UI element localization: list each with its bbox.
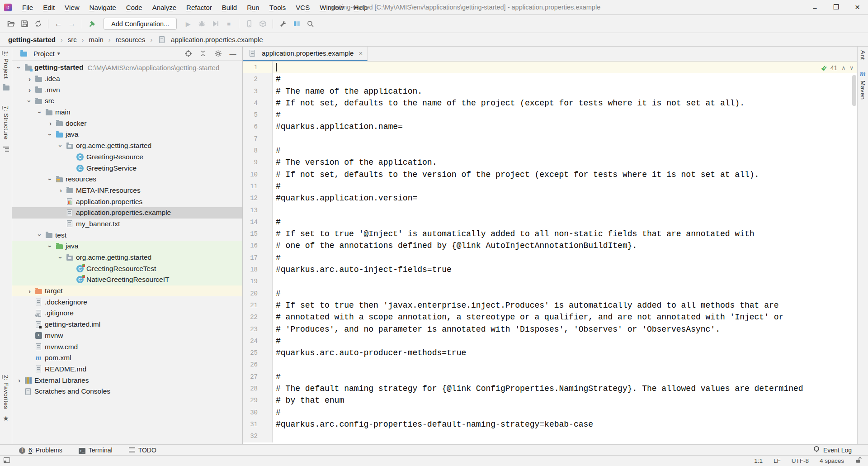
menu-navigate[interactable]: Navigate xyxy=(85,0,121,14)
chevron-expanded-icon[interactable]: › xyxy=(47,243,54,250)
tree-item-meta-inf-resources[interactable]: ›META-INF.resources xyxy=(12,185,242,196)
maximize-button[interactable]: ❐ xyxy=(826,0,847,14)
tree-item-docker[interactable]: ›docker xyxy=(12,118,242,129)
attach-icon[interactable] xyxy=(242,18,256,30)
tree-item-application-properties[interactable]: ›application.properties xyxy=(12,196,242,207)
forward-icon[interactable]: → xyxy=(65,18,79,30)
editor-line-19[interactable]: 19 xyxy=(243,276,857,287)
tree-item-mvn[interactable]: ›.mvn xyxy=(12,84,242,95)
status-item[interactable]: LF xyxy=(774,457,781,464)
editor-line-1[interactable]: 1 xyxy=(243,62,857,73)
menu-run[interactable]: Run xyxy=(242,0,264,14)
add-configuration-button[interactable]: Add Configuration... xyxy=(104,18,177,30)
menu-file[interactable]: File xyxy=(17,0,38,14)
editor-line-29[interactable]: 29# by that enum xyxy=(243,395,857,406)
coverage-icon[interactable] xyxy=(208,18,222,30)
editor-line-17[interactable]: 17# xyxy=(243,252,857,264)
editor-line-32[interactable]: 32 xyxy=(243,430,857,442)
breadcrumb-item[interactable]: src xyxy=(67,36,78,43)
toolwindow-button-1-project[interactable]: 1: Project xyxy=(3,51,9,79)
toolwindow-button-6-problems[interactable]: !6: Problems xyxy=(19,446,62,454)
chevron-expanded-icon[interactable]: › xyxy=(37,232,43,238)
status-item[interactable]: UTF-8 xyxy=(792,457,809,464)
editor-line-15[interactable]: 15# If set to true '@Inject' is automati… xyxy=(243,228,857,240)
save-icon[interactable] xyxy=(18,18,31,30)
toolwindow-button-ant[interactable]: Ant xyxy=(859,50,866,60)
chevron-collapsed-icon[interactable]: › xyxy=(16,377,23,384)
tree-item-java[interactable]: ›java xyxy=(12,241,242,252)
tree-item-getting-started-iml[interactable]: ›getting-started.iml xyxy=(12,319,242,330)
breadcrumb-file[interactable]: application.properties.example xyxy=(156,36,263,43)
status-item[interactable]: 1:1 xyxy=(754,457,763,464)
collapse-all-icon[interactable] xyxy=(199,49,207,57)
tree-item-greetingservice[interactable]: ›CGreetingService xyxy=(12,162,242,174)
editor-line-31[interactable]: 31#quarkus.arc.config-properties-default… xyxy=(243,418,857,430)
editor-line-30[interactable]: 30# xyxy=(243,407,857,418)
sync-icon[interactable] xyxy=(31,18,45,30)
editor-line-7[interactable]: 7 xyxy=(243,133,857,145)
tree-item-main[interactable]: ›main xyxy=(12,107,242,118)
editor-line-9[interactable]: 9# The version of the application. xyxy=(243,157,857,168)
tree-item-readme-md[interactable]: ›README.md xyxy=(12,364,242,375)
back-icon[interactable]: ← xyxy=(52,18,65,30)
editor-line-3[interactable]: 3# The name of the application. xyxy=(243,86,857,97)
folder-icon[interactable] xyxy=(3,84,9,92)
editor-line-24[interactable]: 24# xyxy=(243,335,857,347)
editor-line-22[interactable]: 22# annotated with a scope annotation, a… xyxy=(243,311,857,323)
tree-item-gitignore[interactable]: ›.gitignore xyxy=(12,308,242,319)
editor-line-11[interactable]: 11# xyxy=(243,181,857,192)
editor-line-28[interactable]: 28# The default naming strategy for {@li… xyxy=(243,383,857,395)
structure-icon[interactable] xyxy=(3,145,9,153)
tree-item-src[interactable]: ›src xyxy=(12,95,242,107)
editor-line-18[interactable]: 18#quarkus.arc.auto-inject-fields=true xyxy=(243,264,857,276)
search-icon[interactable] xyxy=(303,18,317,30)
layout-icon[interactable] xyxy=(290,18,303,30)
menu-build[interactable]: Build xyxy=(217,0,242,14)
inspection-widget[interactable]: ✓ 41 ∧ ∨ xyxy=(821,64,854,72)
hammer-icon[interactable] xyxy=(85,18,99,30)
tool-windows-icon[interactable] xyxy=(4,457,10,464)
menu-vcs[interactable]: VCS xyxy=(291,0,315,14)
tree-item-test[interactable]: ›test xyxy=(12,229,242,241)
tree-item-resources[interactable]: ›resources xyxy=(12,174,242,185)
tab-application-properties-example[interactable]: application.properties.example × xyxy=(243,47,368,61)
editor[interactable]: 12#3# The name of the application.4# If … xyxy=(243,62,857,444)
editor-line-14[interactable]: 14# xyxy=(243,216,857,228)
locate-icon[interactable] xyxy=(184,49,192,57)
toolwindow-button-maven[interactable]: Maven xyxy=(859,81,866,100)
prev-problem-icon[interactable]: ∧ xyxy=(841,65,845,71)
tree-item-mvnw[interactable]: ››mvnw xyxy=(12,330,242,342)
editor-scrollbar[interactable] xyxy=(852,75,856,106)
tree-item-greetingresourcetest[interactable]: ›CGreetingResourceTest xyxy=(12,263,242,274)
hide-icon[interactable]: — xyxy=(229,49,237,57)
close-button[interactable]: × xyxy=(847,0,868,14)
tree-item-idea[interactable]: ›.idea xyxy=(12,73,242,85)
editor-line-2[interactable]: 2# xyxy=(243,73,857,85)
editor-line-8[interactable]: 8# xyxy=(243,145,857,157)
tree-item-external-libraries[interactable]: ›External Libraries xyxy=(12,375,242,386)
package-icon[interactable] xyxy=(256,18,269,30)
run-icon[interactable]: ▶ xyxy=(181,18,195,30)
editor-line-20[interactable]: 20# xyxy=(243,288,857,300)
toolwindow-button-terminal[interactable]: ›_Terminal xyxy=(79,446,113,454)
menu-tools[interactable]: Tools xyxy=(264,0,291,14)
stop-icon[interactable]: ■ xyxy=(222,18,236,30)
tree-item-application-properties-example[interactable]: ›application.properties.example xyxy=(12,207,242,219)
chevron-expanded-icon[interactable]: › xyxy=(57,254,64,261)
toolwindow-button-todo[interactable]: TODO xyxy=(129,447,156,454)
bug-icon[interactable] xyxy=(195,18,208,30)
editor-line-23[interactable]: 23# 'Produces', and no parameter is anno… xyxy=(243,323,857,335)
chevron-expanded-icon[interactable]: › xyxy=(26,98,33,105)
tree-item-pom-xml[interactable]: ›mpom.xml xyxy=(12,352,242,364)
menu-edit[interactable]: Edit xyxy=(38,0,60,14)
breadcrumb-item[interactable]: resources xyxy=(115,36,146,43)
status-item[interactable]: 4 spaces xyxy=(820,457,844,464)
editor-line-26[interactable]: 26 xyxy=(243,359,857,371)
tree-item-my-banner-txt[interactable]: ›my_banner.txt xyxy=(12,219,242,230)
chevron-collapsed-icon[interactable]: › xyxy=(26,86,33,93)
menu-code[interactable]: Code xyxy=(121,0,147,14)
chevron-expanded-icon[interactable]: › xyxy=(37,109,43,116)
editor-line-25[interactable]: 25#quarkus.arc.auto-producer-methods=tru… xyxy=(243,347,857,359)
minimize-button[interactable]: – xyxy=(804,0,826,14)
editor-line-13[interactable]: 13 xyxy=(243,204,857,216)
